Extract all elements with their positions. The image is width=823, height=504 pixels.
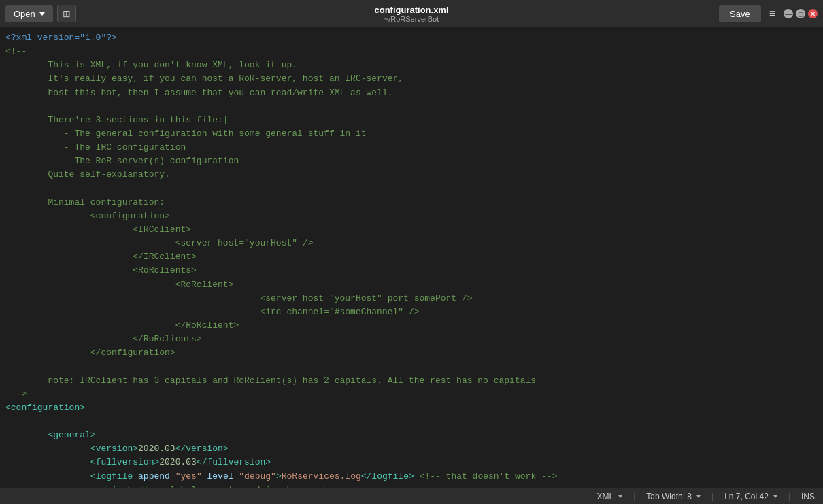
maximize-icon: ◻ <box>798 10 803 18</box>
dropdown-icon <box>39 12 45 16</box>
close-button[interactable]: ✕ <box>808 9 818 18</box>
menu-button[interactable]: ≡ <box>764 5 781 22</box>
tab-width-status[interactable]: Tab Width: 8 <box>646 492 701 501</box>
editor[interactable]: <?xml version="1.0"?> <!-- This is XML, … <box>0 27 823 488</box>
cursor-dropdown-icon <box>773 495 777 498</box>
status-separator-3: | <box>788 492 790 501</box>
pin-button[interactable]: ⊞ <box>57 5 76 22</box>
ins-status[interactable]: INS <box>801 492 815 501</box>
titlebar-right: Save ≡ — ◻ ✕ <box>719 5 823 22</box>
status-separator-2: | <box>711 492 713 501</box>
language-dropdown-icon <box>618 495 622 498</box>
cursor-position-status[interactable]: Ln 7, Col 42 <box>724 492 777 501</box>
statusbar: XML | Tab Width: 8 | Ln 7, Col 42 | INS <box>0 488 823 504</box>
status-separator-1: | <box>633 492 635 501</box>
save-button[interactable]: Save <box>719 5 761 22</box>
titlebar-center: configuration.xml ~/RoRServerBot <box>374 5 448 23</box>
open-button[interactable]: Open <box>5 5 53 22</box>
editor-content[interactable]: <?xml version="1.0"?> <!-- This is XML, … <box>0 30 823 488</box>
maximize-button[interactable]: ◻ <box>796 9 805 18</box>
language-label: XML <box>597 492 614 501</box>
pin-icon: ⊞ <box>63 8 71 19</box>
minimize-icon: — <box>785 10 792 18</box>
titlebar-left: Open ⊞ <box>0 5 76 22</box>
title-filename: configuration.xml <box>374 5 448 15</box>
open-label: Open <box>14 9 35 19</box>
cursor-position-label: Ln 7, Col 42 <box>724 492 769 501</box>
tab-width-label: Tab Width: 8 <box>646 492 692 501</box>
language-status[interactable]: XML <box>597 492 623 501</box>
titlebar: Open ⊞ configuration.xml ~/RoRServerBot … <box>0 0 823 27</box>
title-path: ~/RoRServerBot <box>374 15 448 23</box>
minimize-button[interactable]: — <box>784 9 793 18</box>
ins-label: INS <box>801 492 815 501</box>
close-icon: ✕ <box>810 10 816 18</box>
tab-width-dropdown-icon <box>696 495 701 498</box>
